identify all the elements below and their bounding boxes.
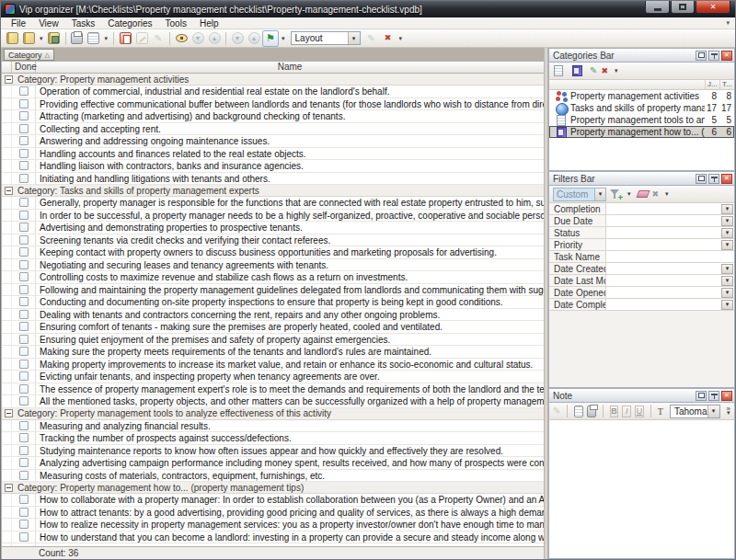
note-close-button[interactable]: ✕: [721, 391, 732, 401]
task-row[interactable]: Making sure the property meets requireme…: [2, 346, 544, 359]
menu-tools[interactable]: Tools: [159, 18, 193, 29]
menu-categories[interactable]: Categories: [101, 18, 158, 29]
group-header-row[interactable]: Category: Property management tools to a…: [2, 408, 544, 420]
filter-value-field[interactable]: [606, 239, 721, 250]
task-checkbox[interactable]: [19, 360, 29, 369]
delete-layout-button[interactable]: ✖: [380, 30, 397, 47]
view-task-button[interactable]: [173, 30, 190, 47]
task-row[interactable]: Controlling costs to maximize revenue an…: [2, 271, 544, 284]
task-checkbox[interactable]: [19, 272, 29, 281]
tree-column-t[interactable]: T...: [719, 80, 734, 89]
filter-preset-dropdown-icon[interactable]: ▾: [594, 189, 605, 200]
task-checkbox[interactable]: [19, 520, 29, 529]
filter-value-field[interactable]: [606, 251, 734, 262]
filter-dropdown-icon[interactable]: ▾: [721, 288, 733, 298]
task-row[interactable]: Handling accounts and finances related t…: [2, 148, 544, 161]
task-row[interactable]: How to collaborate with a property manag…: [2, 494, 544, 507]
note-toolbar-overflow[interactable]: » ▾: [727, 406, 730, 416]
menu-help[interactable]: Help: [193, 18, 225, 29]
task-row[interactable]: Providing effective communicational buff…: [2, 98, 544, 111]
complete-task-button[interactable]: ▼: [229, 30, 246, 47]
task-row[interactable]: All the mentioned tasks, property object…: [2, 395, 544, 408]
filter-dropdown-icon[interactable]: ▾: [721, 216, 733, 226]
delete-category-icon[interactable]: ✖: [601, 67, 608, 75]
filters-restore-button[interactable]: [696, 174, 707, 184]
collapse-icon[interactable]: [5, 484, 13, 492]
italic-button[interactable]: I: [622, 406, 631, 417]
task-checkbox[interactable]: [19, 532, 29, 542]
menu-tasks[interactable]: Tasks: [65, 18, 102, 29]
filters-pin-button[interactable]: [708, 174, 719, 184]
new-task-button[interactable]: [117, 30, 133, 47]
task-checkbox[interactable]: [19, 396, 29, 406]
filter-dropdown-icon[interactable]: ▾: [721, 240, 733, 250]
filter-dropdown-icon[interactable]: ▾: [721, 300, 733, 310]
task-checkbox[interactable]: [19, 235, 29, 245]
underline-button[interactable]: U: [635, 406, 644, 417]
print-button[interactable]: [69, 30, 86, 47]
reopen-task-button[interactable]: ▲: [246, 30, 262, 47]
task-row[interactable]: Attracting (marketing and advertising) a…: [2, 110, 544, 123]
group-header-row[interactable]: Category: Property management activities: [2, 74, 544, 86]
filter-value-field[interactable]: [606, 215, 721, 226]
task-checkbox[interactable]: [19, 124, 29, 133]
new-subcategory-icon[interactable]: [571, 65, 583, 76]
task-row[interactable]: Collecting and accepting rent.: [2, 123, 544, 136]
task-row[interactable]: The essence of property management exper…: [2, 383, 544, 396]
collapse-icon[interactable]: [5, 75, 13, 84]
filter-value-field[interactable]: [606, 263, 721, 274]
edit-category-icon[interactable]: ✎: [590, 66, 597, 75]
task-checkbox[interactable]: [19, 347, 29, 356]
print-preview-button[interactable]: [86, 30, 102, 47]
category-tree-row[interactable]: Property management tools to analyze eff…: [549, 114, 734, 126]
column-header-name[interactable]: Name: [36, 62, 544, 73]
task-row[interactable]: Conducting and documenting on-site prope…: [2, 296, 544, 309]
category-tree-row[interactable]: Property management activities88: [549, 90, 734, 102]
task-row[interactable]: How to understand that you can become a …: [2, 531, 544, 544]
new-notebook-button[interactable]: [4, 30, 20, 47]
task-checkbox[interactable]: [19, 223, 29, 232]
save-layout-button[interactable]: ✎: [363, 30, 380, 47]
task-row[interactable]: In order to be successful, a property ma…: [2, 210, 544, 223]
new-category-icon[interactable]: [553, 65, 565, 76]
task-checkbox[interactable]: [19, 421, 29, 430]
open-notebook-button[interactable]: [20, 30, 37, 47]
close-button[interactable]: ✕: [696, 1, 730, 14]
filters-close-button[interactable]: ✕: [721, 174, 732, 184]
clear-filter-icon[interactable]: [636, 190, 650, 198]
task-row[interactable]: How to attract tenants: by a good advert…: [2, 507, 544, 520]
layout-dropdown-icon[interactable]: ▾: [348, 32, 360, 44]
filter-value-field[interactable]: [606, 275, 721, 286]
filter-dropdown-icon[interactable]: ▾: [721, 276, 733, 286]
task-row[interactable]: Studying maintenance reports to know how…: [2, 445, 544, 458]
column-header-done[interactable]: Done: [12, 62, 36, 73]
tree-column-j[interactable]: J...: [705, 80, 719, 89]
task-row[interactable]: Screening tenants via credit checks and …: [2, 234, 544, 247]
task-row[interactable]: Advertising and demonstrating properties…: [2, 222, 544, 234]
edit-task-button[interactable]: [133, 30, 150, 47]
filter-value-field[interactable]: [606, 299, 721, 310]
task-row[interactable]: Ensuring quiet enjoyment of the premises…: [2, 334, 544, 347]
task-row[interactable]: Initiating and handling litigations with…: [2, 173, 544, 186]
task-checkbox[interactable]: [19, 384, 29, 394]
filter-value-field[interactable]: [606, 287, 721, 298]
save-notebook-button[interactable]: [46, 30, 63, 47]
layout-overflow-icon[interactable]: ▾: [399, 35, 403, 42]
task-checkbox[interactable]: [19, 247, 29, 257]
font-combobox[interactable]: Tahoma ▾: [670, 405, 720, 418]
note-text-area[interactable]: [549, 420, 734, 558]
task-checkbox[interactable]: [19, 495, 29, 504]
filter-value-field[interactable]: [606, 227, 721, 238]
move-up-button[interactable]: ▲: [206, 30, 223, 47]
categories-restore-button[interactable]: [696, 51, 707, 61]
task-checkbox[interactable]: [19, 174, 29, 183]
menu-file[interactable]: File: [5, 18, 32, 29]
filter-preset-combobox[interactable]: Custom ▾: [553, 188, 606, 201]
filters-overflow-icon[interactable]: ▾: [665, 190, 669, 198]
categories-pin-button[interactable]: [708, 51, 719, 61]
minimize-button[interactable]: [645, 1, 670, 14]
task-row[interactable]: Following and maintaining the property m…: [2, 284, 544, 297]
task-row[interactable]: Tracking the number of prospects against…: [2, 432, 544, 445]
remove-filter-icon[interactable]: ✖: [652, 189, 660, 199]
maximize-button[interactable]: [671, 1, 695, 14]
